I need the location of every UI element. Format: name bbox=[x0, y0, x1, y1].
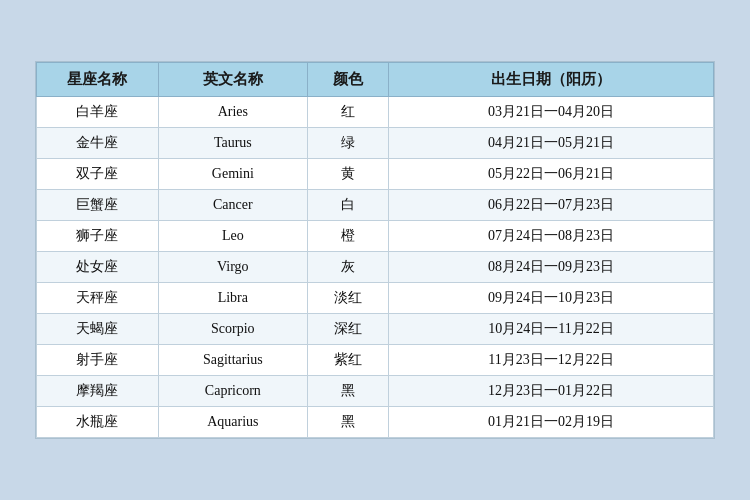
table-row: 白羊座Aries红03月21日一04月20日 bbox=[37, 97, 714, 128]
cell-chinese: 白羊座 bbox=[37, 97, 159, 128]
table-row: 水瓶座Aquarius黑01月21日一02月19日 bbox=[37, 407, 714, 438]
cell-color: 绿 bbox=[307, 128, 388, 159]
cell-chinese: 摩羯座 bbox=[37, 376, 159, 407]
cell-date: 04月21日一05月21日 bbox=[389, 128, 714, 159]
cell-chinese: 处女座 bbox=[37, 252, 159, 283]
cell-color: 白 bbox=[307, 190, 388, 221]
cell-chinese: 天蝎座 bbox=[37, 314, 159, 345]
table-row: 天秤座Libra淡红09月24日一10月23日 bbox=[37, 283, 714, 314]
header-date: 出生日期（阳历） bbox=[389, 63, 714, 97]
table-row: 摩羯座Capricorn黑12月23日一01月22日 bbox=[37, 376, 714, 407]
cell-chinese: 天秤座 bbox=[37, 283, 159, 314]
table-row: 巨蟹座Cancer白06月22日一07月23日 bbox=[37, 190, 714, 221]
cell-color: 淡红 bbox=[307, 283, 388, 314]
cell-english: Taurus bbox=[158, 128, 307, 159]
cell-english: Virgo bbox=[158, 252, 307, 283]
table-header-row: 星座名称 英文名称 颜色 出生日期（阳历） bbox=[37, 63, 714, 97]
cell-color: 黑 bbox=[307, 407, 388, 438]
cell-color: 紫红 bbox=[307, 345, 388, 376]
cell-date: 12月23日一01月22日 bbox=[389, 376, 714, 407]
cell-date: 09月24日一10月23日 bbox=[389, 283, 714, 314]
cell-date: 06月22日一07月23日 bbox=[389, 190, 714, 221]
cell-english: Sagittarius bbox=[158, 345, 307, 376]
header-english: 英文名称 bbox=[158, 63, 307, 97]
cell-chinese: 狮子座 bbox=[37, 221, 159, 252]
cell-color: 橙 bbox=[307, 221, 388, 252]
cell-color: 黄 bbox=[307, 159, 388, 190]
cell-chinese: 巨蟹座 bbox=[37, 190, 159, 221]
cell-english: Cancer bbox=[158, 190, 307, 221]
cell-date: 03月21日一04月20日 bbox=[389, 97, 714, 128]
cell-color: 红 bbox=[307, 97, 388, 128]
table-body: 白羊座Aries红03月21日一04月20日金牛座Taurus绿04月21日一0… bbox=[37, 97, 714, 438]
cell-date: 07月24日一08月23日 bbox=[389, 221, 714, 252]
table-row: 双子座Gemini黄05月22日一06月21日 bbox=[37, 159, 714, 190]
table-row: 狮子座Leo橙07月24日一08月23日 bbox=[37, 221, 714, 252]
cell-chinese: 水瓶座 bbox=[37, 407, 159, 438]
cell-english: Aries bbox=[158, 97, 307, 128]
table-row: 天蝎座Scorpio深红10月24日一11月22日 bbox=[37, 314, 714, 345]
cell-english: Scorpio bbox=[158, 314, 307, 345]
cell-date: 05月22日一06月21日 bbox=[389, 159, 714, 190]
zodiac-table-container: 星座名称 英文名称 颜色 出生日期（阳历） 白羊座Aries红03月21日一04… bbox=[35, 61, 715, 439]
cell-date: 08月24日一09月23日 bbox=[389, 252, 714, 283]
table-row: 金牛座Taurus绿04月21日一05月21日 bbox=[37, 128, 714, 159]
cell-english: Libra bbox=[158, 283, 307, 314]
cell-color: 灰 bbox=[307, 252, 388, 283]
zodiac-table: 星座名称 英文名称 颜色 出生日期（阳历） 白羊座Aries红03月21日一04… bbox=[36, 62, 714, 438]
cell-color: 深红 bbox=[307, 314, 388, 345]
cell-english: Aquarius bbox=[158, 407, 307, 438]
cell-color: 黑 bbox=[307, 376, 388, 407]
cell-chinese: 金牛座 bbox=[37, 128, 159, 159]
cell-date: 01月21日一02月19日 bbox=[389, 407, 714, 438]
header-chinese: 星座名称 bbox=[37, 63, 159, 97]
cell-date: 11月23日一12月22日 bbox=[389, 345, 714, 376]
header-color: 颜色 bbox=[307, 63, 388, 97]
cell-chinese: 双子座 bbox=[37, 159, 159, 190]
cell-english: Gemini bbox=[158, 159, 307, 190]
cell-english: Capricorn bbox=[158, 376, 307, 407]
cell-date: 10月24日一11月22日 bbox=[389, 314, 714, 345]
cell-english: Leo bbox=[158, 221, 307, 252]
table-row: 射手座Sagittarius紫红11月23日一12月22日 bbox=[37, 345, 714, 376]
cell-chinese: 射手座 bbox=[37, 345, 159, 376]
table-row: 处女座Virgo灰08月24日一09月23日 bbox=[37, 252, 714, 283]
